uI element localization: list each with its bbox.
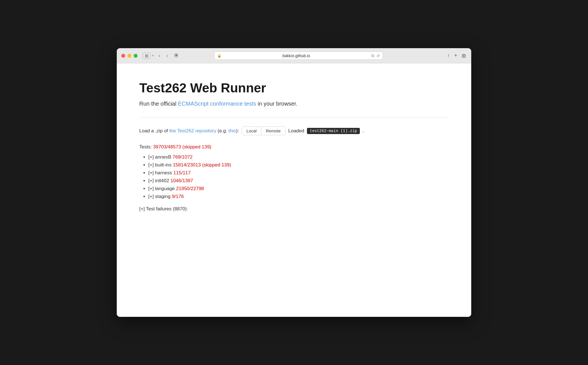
- tests-section: Tests: 39703/48573 (skipped 139) [+] ann…: [139, 144, 449, 199]
- tests-list: [+] annexB 769/1072 [+] built-ins 15814/…: [148, 154, 449, 199]
- subtitle-suffix: in your browser.: [256, 101, 297, 107]
- sidebar-toggle-button[interactable]: ▤: [143, 53, 151, 59]
- sidebar-icon: ▤: [145, 54, 148, 58]
- minimize-button[interactable]: [127, 54, 131, 58]
- list-item: [+] intl402 1046/1397: [148, 178, 449, 184]
- tests-label: Tests:: [139, 144, 153, 150]
- close-button[interactable]: [121, 54, 125, 58]
- this-link[interactable]: this: [228, 128, 236, 133]
- item-prefix: [+] language: [148, 186, 176, 191]
- item-prefix: [+] annexB: [148, 154, 172, 160]
- load-label: Load a .zip of the Test262 repository (e…: [139, 128, 239, 134]
- back-icon: ‹: [159, 53, 160, 58]
- traffic-lights: [121, 54, 138, 58]
- list-item: [+] annexB 769/1072: [148, 154, 449, 160]
- list-item: [+] language 21950/22798: [148, 186, 449, 192]
- section-divider: [139, 117, 449, 117]
- tab-overview-icon: ⊞: [462, 53, 466, 59]
- back-button[interactable]: ‹: [157, 52, 161, 59]
- loaded-period: .: [363, 128, 364, 133]
- list-item: [+] harness 115/117: [148, 170, 449, 176]
- test262-repo-link[interactable]: the Test262 repository: [169, 128, 216, 133]
- refresh-icon[interactable]: ↺: [376, 54, 380, 58]
- failures-label: [+] Test failures (8870):: [139, 206, 188, 212]
- load-button-group: Local Remote: [242, 126, 285, 135]
- list-item: [+] built-ins 15814/23013 (skipped 139): [148, 162, 449, 168]
- load-middle: (e.g.: [216, 128, 228, 133]
- item-prefix: [+] harness: [148, 170, 173, 175]
- page-title: Test262 Web Runner: [139, 80, 449, 95]
- address-bar[interactable]: 🔒 bakkot.github.io ⧉ ↺: [214, 52, 383, 60]
- maximize-button[interactable]: [134, 54, 138, 58]
- translate-icon[interactable]: ⧉: [371, 53, 374, 58]
- tab-overview-button[interactable]: ⊞: [461, 52, 467, 60]
- item-count: 769/1072: [172, 154, 192, 160]
- subtitle-prefix: Run the official: [139, 101, 178, 107]
- item-count: 1046/1397: [170, 178, 193, 183]
- browser-window: ▤ ▾ ‹ › ⛨ 🔒 bakkot.github.io ⧉ ↺ ↑ + ⊞: [117, 48, 471, 317]
- item-prefix: [+] built-ins: [148, 162, 173, 168]
- new-tab-button[interactable]: +: [453, 52, 458, 59]
- item-count: 21950/22798: [176, 186, 204, 191]
- failures-section: [+] Test failures (8870):: [139, 206, 449, 212]
- ecmascript-link[interactable]: ECMAScript conformance tests: [178, 101, 256, 107]
- loaded-filename: test262-main (1).zip: [307, 128, 360, 134]
- item-count: 9/176: [172, 194, 184, 199]
- tests-header: Tests: 39703/48573 (skipped 139): [139, 144, 449, 150]
- item-count: 15814/23013 (skipped 139): [173, 162, 231, 168]
- right-controls: ↑ + ⊞: [446, 52, 467, 60]
- loaded-label: Loaded: [288, 128, 304, 134]
- forward-button[interactable]: ›: [165, 52, 169, 59]
- item-count: 115/117: [173, 170, 190, 175]
- toolbar-controls: ▤ ▾: [143, 53, 154, 59]
- forward-icon: ›: [166, 53, 168, 58]
- load-section: Load a .zip of the Test262 repository (e…: [139, 126, 449, 135]
- url-text: bakkot.github.io: [224, 54, 369, 58]
- item-prefix: [+] intl402: [148, 178, 170, 183]
- tests-count: 39703/48573 (skipped 139): [153, 144, 211, 150]
- lock-icon: 🔒: [217, 54, 221, 58]
- list-item: [+] staging 9/176: [148, 194, 449, 199]
- page-subtitle: Run the official ECMAScript conformance …: [139, 101, 449, 107]
- page-content: Test262 Web Runner Run the official ECMA…: [117, 63, 471, 317]
- load-prefix: Load a .zip of: [139, 128, 169, 133]
- local-button[interactable]: Local: [242, 127, 261, 135]
- item-prefix: [+] staging: [148, 194, 172, 199]
- shield-icon: ⛨: [173, 52, 181, 60]
- chevron-down-icon: ▾: [152, 54, 154, 57]
- share-icon: ↑: [447, 53, 450, 58]
- load-suffix: ):: [236, 128, 239, 133]
- remote-button[interactable]: Remote: [261, 127, 285, 135]
- share-button[interactable]: ↑: [446, 52, 450, 59]
- new-tab-icon: +: [454, 53, 457, 58]
- title-bar: ▤ ▾ ‹ › ⛨ 🔒 bakkot.github.io ⧉ ↺ ↑ + ⊞: [117, 48, 471, 63]
